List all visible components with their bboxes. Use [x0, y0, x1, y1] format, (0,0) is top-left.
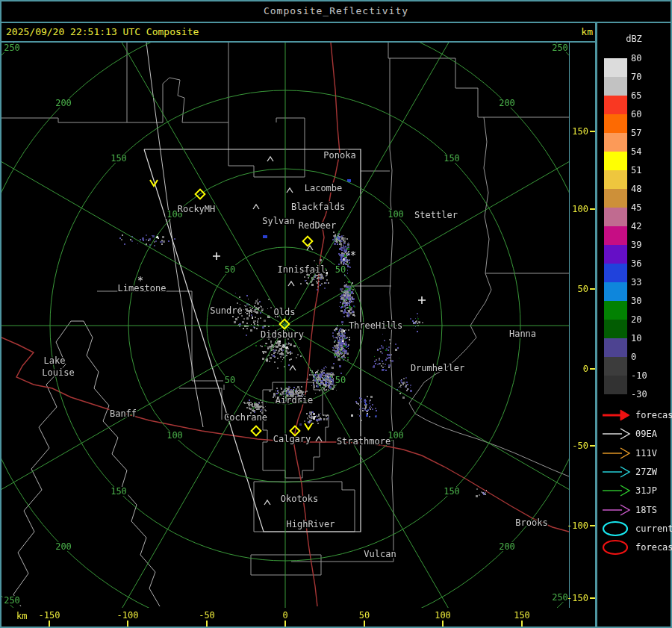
bottom-axis-tick	[284, 621, 286, 627]
legend-label: 09EA	[635, 429, 657, 439]
radar-map[interactable]: 5050505010010010010015015015015020020020…	[1, 43, 570, 608]
chevron-marker-icon	[264, 500, 270, 505]
plus-marker-icon	[418, 296, 426, 304]
bottom-axis-tick	[521, 621, 523, 627]
dbz-scale-label: 70	[631, 72, 641, 82]
dbz-scale-label: 36	[631, 258, 641, 269]
plus-marker-icon	[213, 252, 220, 260]
ring-distance-label: 50	[225, 264, 235, 275]
asterisk-marker-icon: *	[350, 249, 356, 261]
dbz-swatch	[604, 245, 627, 264]
city-label-threehills: ThreeHills	[349, 320, 402, 331]
dbz-swatch	[604, 264, 627, 282]
ring-distance-label: 200	[55, 98, 72, 108]
radar-site-icon	[303, 237, 313, 246]
ring-distance-label: 100	[167, 430, 183, 441]
dbz-scale-label: 33	[631, 277, 641, 287]
ring-distance-label: 250	[552, 592, 568, 603]
right-axis-label: 100	[572, 204, 588, 214]
legend-ellipse-icon	[601, 538, 631, 556]
right-axis-label: 50	[578, 284, 588, 294]
ring-distance-label: 250	[4, 43, 20, 53]
dbz-scale-label: 42	[631, 221, 641, 231]
timestamp-label: 2025/09/20 22:51:13 UTC Composite	[6, 26, 199, 37]
city-label-lake: Lake	[44, 355, 66, 366]
chevron-marker-icon	[316, 437, 322, 441]
title-bar: Composite_Reflectivity	[0, 0, 672, 23]
dbz-scale-label: 45	[631, 202, 641, 213]
legend-label: 18TS	[635, 505, 657, 515]
dbz-scale-label: 51	[631, 165, 641, 175]
legend-row-09EA: 09EA	[601, 425, 657, 443]
city-label-airdrie: Airdrie	[276, 395, 314, 405]
dbz-swatch	[604, 77, 627, 96]
radar-site-icon	[252, 426, 261, 436]
legend-row-27ZW: 27ZW	[601, 463, 657, 481]
city-label-louise: Louise	[42, 367, 74, 378]
chevron-marker-icon	[287, 188, 293, 193]
bottom-axis-tick	[49, 621, 50, 627]
dbz-scale-label: 54	[631, 146, 641, 157]
wind-arrow-icon	[150, 180, 158, 186]
dbz-scale-label: 57	[631, 128, 641, 138]
wind-arrow-icon	[305, 423, 312, 429]
city-label-blackfalds: Blackfalds	[291, 202, 345, 212]
dbz-swatch	[604, 96, 627, 114]
bottom-axis-tick	[442, 621, 444, 627]
dbz-swatch	[604, 58, 627, 77]
asterisk-marker-icon: *	[137, 274, 143, 286]
dbz-swatch	[604, 282, 627, 301]
dbz-swatch	[604, 133, 627, 152]
bottom-axis-label: 100	[435, 610, 451, 621]
legend-arrow-icon	[601, 425, 631, 443]
window-title: Composite_Reflectivity	[264, 5, 408, 16]
ring-distance-label: 150	[444, 153, 460, 164]
chevron-marker-icon	[281, 345, 287, 349]
ring-distance-label: 200	[55, 541, 72, 552]
ring-distance-label: 150	[111, 486, 127, 497]
city-label-banff: Banff	[110, 408, 137, 419]
right-axis-label: 0	[583, 364, 588, 374]
map-unit-label: km	[567, 26, 593, 37]
legend-arrow-icon	[601, 406, 631, 424]
dbz-scale-label: 80	[631, 53, 641, 63]
bottom-axis-label: 50	[359, 610, 370, 621]
bottom-distance-axis: km -150-100-50050100150	[1, 608, 594, 627]
dbz-swatch	[604, 376, 627, 394]
bottom-axis-label: -100	[117, 610, 139, 621]
legend-arrow-icon	[601, 463, 631, 481]
dbz-scale-label: -10	[631, 370, 647, 381]
dbz-scale-label: 60	[631, 109, 641, 119]
dbz-scale-label: 39	[631, 240, 641, 250]
city-label-okotoks: Okotoks	[281, 494, 319, 504]
legend-label: current	[635, 523, 672, 534]
chevron-marker-icon	[288, 282, 294, 286]
city-label-cochrane: Cochrane	[224, 412, 267, 423]
city-label-hanna: Hanna	[509, 329, 536, 339]
info-bar: 2025/09/20 22:51:13 UTC Composite km	[0, 23, 595, 43]
city-label-calgary: Calgary	[273, 434, 311, 444]
dbz-swatch	[604, 114, 627, 133]
bottom-axis-label: 0	[282, 610, 287, 621]
dbz-scale-label: 65	[631, 90, 641, 101]
colorbar-title: dBZ	[597, 34, 671, 44]
radar-app-window: Composite_Reflectivity 2025/09/20 22:51:…	[0, 0, 672, 628]
city-label-strathmore: Strathmore	[337, 436, 391, 447]
bottom-axis-label: 150	[514, 610, 530, 621]
bottom-axis-label: -150	[39, 610, 60, 621]
ring-distance-label: 150	[444, 486, 460, 497]
city-label-reddeer: RedDeer	[299, 220, 337, 231]
city-label-lacombe: Lacombe	[305, 183, 343, 193]
legend-row-18TS: 18TS	[601, 501, 657, 519]
legend-row-111V: 111V	[601, 444, 657, 462]
dbz-scale-label: 0	[631, 352, 636, 362]
legend-row-forecast: forecast	[601, 406, 672, 424]
dbz-scale-label: 20	[631, 314, 641, 325]
ring-distance-label: 150	[111, 153, 127, 164]
city-label-vulcan: Vulcan	[364, 549, 396, 559]
city-label-sylvan: Sylvan	[262, 216, 294, 226]
range-rings-group: 5050505010010010010015015015015020020020…	[1, 43, 569, 608]
dbz-swatch	[604, 338, 627, 357]
right-distance-axis: 150100500-50-100-150	[570, 43, 595, 608]
ring-distance-label: 200	[499, 541, 515, 552]
